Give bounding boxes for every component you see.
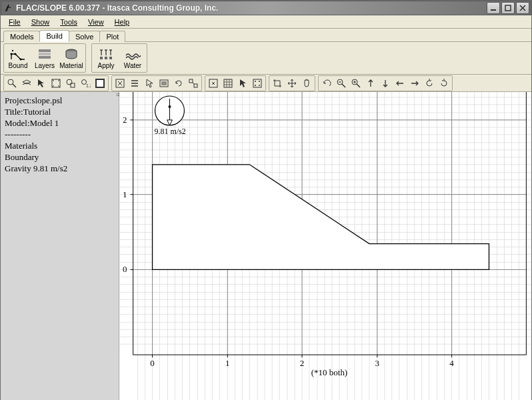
svg-rect-7 <box>39 56 51 59</box>
refresh-icon[interactable] <box>171 77 186 90</box>
icon-group-5 <box>318 75 453 91</box>
svg-rect-6 <box>39 53 51 55</box>
svg-rect-20 <box>97 80 103 87</box>
fit-icon[interactable] <box>206 77 221 90</box>
tool-apply[interactable]: Apply <box>93 45 119 71</box>
pan-icon[interactable] <box>285 77 299 90</box>
menu-file[interactable]: File <box>3 17 26 27</box>
water-icon <box>125 47 141 61</box>
snap-grid-icon[interactable] <box>250 77 265 90</box>
undo-icon[interactable] <box>319 77 334 90</box>
svg-point-2 <box>11 53 13 55</box>
maximize-button[interactable] <box>501 2 515 14</box>
arrow-right-icon[interactable] <box>407 77 422 90</box>
cursor-icon[interactable] <box>142 77 157 90</box>
tab-solve[interactable]: Solve <box>69 31 101 42</box>
tool-apply-label: Apply <box>97 62 114 69</box>
expand-icon[interactable] <box>49 77 63 90</box>
tool-material[interactable]: Material <box>58 45 85 71</box>
select-arrow-icon[interactable] <box>34 77 49 90</box>
tab-plot[interactable]: Plot <box>99 31 125 42</box>
zoom-xy-icon[interactable]: 1.23 <box>78 77 93 90</box>
close-x-icon[interactable] <box>113 77 127 90</box>
hand-icon[interactable] <box>299 77 314 90</box>
titlebar: FLAC/SLOPE 6.00.377 - Itasca Consulting … <box>1 1 531 15</box>
apply-icon <box>98 47 114 61</box>
tool-layers-label: Layers <box>35 62 55 69</box>
arrow-down-icon[interactable] <box>378 77 393 90</box>
arrow-left-icon[interactable] <box>393 77 407 90</box>
tool-water[interactable]: Water <box>119 45 146 71</box>
svg-point-4 <box>20 59 22 61</box>
zoom-out-icon[interactable] <box>334 77 349 90</box>
side-model: Model:Model 1 <box>5 117 115 129</box>
tool-bound-label: Bound <box>9 62 28 69</box>
svg-point-3 <box>15 53 17 55</box>
svg-point-146 <box>168 105 171 108</box>
icon-group-3 <box>205 75 266 91</box>
icon-group-2 <box>111 75 202 91</box>
y-tick-2: 2 <box>123 115 127 125</box>
build-toolbar: Bound Layers Material Apply <box>1 42 531 75</box>
svg-line-13 <box>13 84 16 87</box>
tool-material-label: Material <box>59 62 83 69</box>
side-separator: --------- <box>5 129 115 140</box>
svg-point-15 <box>67 79 72 85</box>
svg-rect-10 <box>105 57 107 59</box>
close-button[interactable] <box>516 2 529 14</box>
arrow-up-icon[interactable] <box>363 77 378 90</box>
x-tick-1: 1 <box>225 358 229 368</box>
svg-point-29 <box>259 81 260 82</box>
crop-icon[interactable] <box>270 77 285 90</box>
zoom-rect-icon[interactable] <box>63 77 78 90</box>
list-icon[interactable] <box>127 77 142 90</box>
tool-bound[interactable]: Bound <box>5 45 31 71</box>
tool-group-geometry: Bound Layers Material <box>3 43 86 73</box>
svg-rect-24 <box>194 84 197 87</box>
rotate-cw-icon[interactable] <box>437 77 451 90</box>
zoom-icon[interactable] <box>5 77 19 90</box>
svg-rect-5 <box>39 49 51 52</box>
svg-point-30 <box>255 85 256 86</box>
tool-water-label: Water <box>124 62 141 69</box>
gravity-indicator <box>155 96 185 125</box>
pointer2-icon[interactable] <box>235 77 250 90</box>
x-tick-3: 3 <box>375 358 379 368</box>
menu-tools[interactable]: Tools <box>55 17 83 27</box>
menu-view[interactable]: View <box>83 17 109 27</box>
side-title: Title:Tutorial <box>5 106 115 117</box>
y-tick-0: 0 <box>123 264 127 274</box>
rotate-ccw-icon[interactable] <box>422 77 437 90</box>
side-panel: Project:slope.psl Title:Tutorial Model:M… <box>1 92 119 400</box>
grid-icon[interactable] <box>221 77 235 90</box>
tool-layers[interactable]: Layers <box>31 45 58 71</box>
layers-small-icon[interactable] <box>19 77 34 90</box>
plot-canvas: 2 1 0 0 1 2 3 4 (*10 both) 9.81 m/s2 <box>119 92 531 400</box>
menubar: File Show Tools View Help <box>1 15 531 29</box>
minimize-button[interactable] <box>487 2 500 14</box>
list2-icon[interactable] <box>157 77 171 90</box>
x-tick-0: 0 <box>150 358 154 368</box>
menu-help[interactable]: Help <box>109 17 135 27</box>
svg-point-12 <box>8 79 13 85</box>
material-icon <box>63 47 79 61</box>
plot-area[interactable]: 2 1 0 0 1 2 3 4 (*10 both) 9.81 m/s2 <box>119 92 531 400</box>
icon-toolbar: 1.23 <box>1 75 531 92</box>
svg-rect-11 <box>109 57 112 59</box>
app-icon <box>4 3 13 13</box>
svg-point-31 <box>259 85 260 86</box>
zoom-in-icon[interactable] <box>349 77 363 90</box>
gravity-label: 9.81 m/s2 <box>155 127 186 136</box>
icon-group-4 <box>269 75 315 91</box>
window-title: FLAC/SLOPE 6.00.377 - Itasca Consulting … <box>16 3 485 13</box>
tab-models[interactable]: Models <box>3 31 40 42</box>
full-screen-icon[interactable] <box>93 77 107 90</box>
tab-build[interactable]: Build <box>39 30 69 42</box>
side-project: Project:slope.psl <box>5 95 115 106</box>
menu-show[interactable]: Show <box>26 17 55 27</box>
icon-group-1: 1.23 <box>3 75 109 91</box>
x-tick-2: 2 <box>300 358 304 368</box>
bound-icon <box>10 47 26 61</box>
x-axis-label: (*10 both) <box>311 367 347 377</box>
snap-icon[interactable] <box>186 77 201 90</box>
